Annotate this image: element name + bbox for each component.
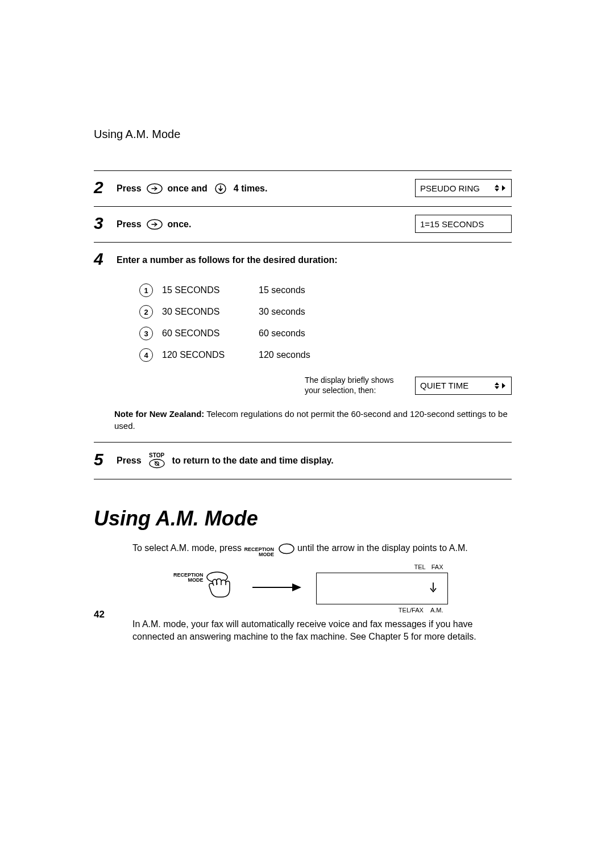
step-3: 3 Press once. 1=15 SECONDS	[94, 206, 512, 242]
step-number: 3	[94, 215, 112, 232]
text: TEL	[414, 564, 426, 570]
option-label: 120 SECONDS	[162, 350, 259, 360]
scroll-arrows-icon	[494, 184, 507, 192]
running-header: Using A.M. Mode	[94, 128, 512, 141]
right-arrow-button-icon	[146, 219, 163, 230]
lcd-text: QUIET TIME	[420, 381, 468, 390]
lcd-display: QUIET TIME	[415, 377, 512, 395]
text: to return to the date and time display.	[172, 456, 334, 466]
reception-mode-label: RECEPTION MODE	[244, 547, 275, 557]
paragraph: To select A.M. mode, press RECEPTION MOD…	[132, 542, 512, 557]
text: Press	[117, 456, 142, 466]
step-number: 5	[94, 451, 112, 468]
text: TEL/FAX	[399, 607, 424, 614]
nz-note: Note for New Zealand: Telecom regulation…	[114, 408, 512, 432]
reception-mode-button-icon	[278, 543, 295, 554]
page-number: 42	[94, 609, 105, 620]
option-desc: 60 seconds	[259, 328, 344, 339]
option-desc: 30 seconds	[259, 307, 344, 317]
text: until the arrow in the display points to…	[297, 543, 468, 553]
text: A.M.	[430, 607, 443, 614]
lcd-text: PSEUDO RING	[420, 183, 480, 193]
option-desc: 120 seconds	[259, 350, 344, 360]
keypad-2-icon: 2	[139, 305, 153, 319]
lcd-display: PSEUDO RING	[415, 179, 512, 197]
text: once and	[168, 183, 208, 194]
step-5: 5 Press STOP to return to the date and t…	[94, 442, 512, 479]
lcd-bottom-labels: TEL/FAX A.M.	[399, 607, 443, 614]
scroll-arrows-icon	[494, 382, 507, 390]
text: To select A.M. mode, press	[132, 543, 244, 553]
mode-diagram: RECEPTION MODE TEL FAX	[173, 571, 512, 606]
text: Press	[117, 219, 142, 229]
stop-button-icon: STOP	[148, 453, 165, 469]
text: MODE	[173, 578, 204, 583]
keypad-1-icon: 1	[139, 283, 153, 297]
nz-note-label: Note for New Zealand:	[114, 409, 204, 419]
arrow-right-icon	[251, 582, 302, 595]
lcd-display-large	[316, 573, 448, 604]
option-desc: 15 seconds	[259, 285, 344, 295]
step-4: 4 Enter a number as follows for the desi…	[94, 242, 512, 442]
lcd-text: 1=15 SECONDS	[420, 219, 484, 229]
text: once.	[168, 219, 192, 229]
paragraph: In A.M. mode, your fax will automaticall…	[132, 618, 512, 644]
section-title: Using A.M. Mode	[94, 507, 512, 531]
hand-press-icon: RECEPTION MODE	[173, 571, 238, 606]
option-label: 60 SECONDS	[162, 328, 259, 339]
text: 4 times.	[234, 183, 268, 194]
right-arrow-button-icon	[146, 183, 163, 194]
keypad-4-icon: 4	[139, 348, 153, 362]
step-number: 4	[94, 251, 112, 268]
option-label: 15 SECONDS	[162, 285, 259, 295]
text: FAX	[432, 564, 443, 570]
down-arrow-button-icon	[212, 183, 229, 194]
text: Enter a number as follows for the desire…	[117, 255, 338, 265]
step-number: 2	[94, 179, 112, 196]
text: Press	[117, 183, 142, 194]
lcd-display: 1=15 SECONDS	[415, 215, 512, 233]
text: MODE	[259, 552, 274, 557]
transition-note: The display briefly shows your selection…	[305, 375, 407, 395]
lcd-top-labels: TEL FAX	[414, 564, 443, 570]
option-label: 30 SECONDS	[162, 307, 259, 317]
svg-point-6	[279, 544, 294, 553]
down-arrow-icon	[429, 582, 437, 596]
duration-options: 1 15 SECONDS 15 seconds 2 30 SECONDS 30 …	[139, 283, 512, 362]
keypad-3-icon: 3	[139, 327, 153, 340]
step-2: 2 Press once and 4 times. PSEUDO RING	[94, 170, 512, 206]
stop-label: STOP	[149, 453, 164, 458]
